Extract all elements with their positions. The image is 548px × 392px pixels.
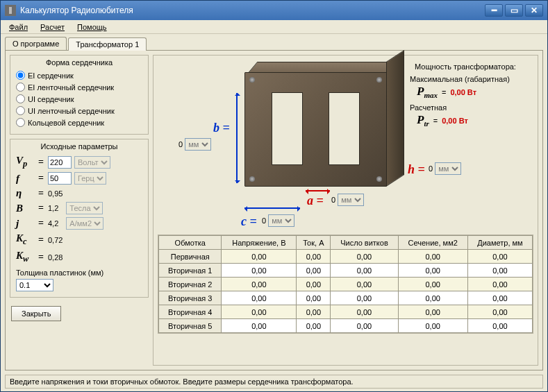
param-vp: Vp = Вольт [16, 153, 142, 171]
maximize-button[interactable]: ▭ [505, 4, 523, 17]
table-cell[interactable]: 0,00 [297, 291, 331, 305]
table-cell[interactable]: 0,00 [398, 291, 467, 305]
tabstrip: О программе Трансформатор 1 [1, 34, 547, 50]
menu-file[interactable]: Файл [3, 22, 33, 33]
table-cell[interactable]: 0,00 [297, 278, 331, 291]
dim-c-label: c = [241, 214, 257, 229]
eta-value: 0,95 [48, 189, 63, 198]
table-cell[interactable]: 0,00 [398, 319, 467, 333]
vp-unit: Вольт [74, 156, 110, 169]
table-cell[interactable]: 0,00 [297, 305, 331, 319]
menu-calc[interactable]: Расчет [35, 22, 70, 33]
table-header-row: Обмотка Напряжение, В Ток, А Число витко… [159, 236, 533, 250]
table-cell[interactable]: 0,00 [222, 250, 297, 264]
arrow-a [306, 190, 330, 191]
table-cell[interactable]: 0,00 [467, 250, 532, 264]
table-row: Вторичная 30,000,000,000,000,00 [159, 291, 533, 305]
param-f: f= Герц [16, 171, 142, 186]
status-text: Введите напряжения и токи вторичных обмо… [10, 377, 354, 386]
dim-h-label: h = [408, 162, 425, 177]
close-window-button[interactable]: ✕ [525, 4, 543, 17]
core-front-face [244, 72, 387, 187]
table-cell[interactable]: 0,00 [331, 291, 398, 305]
screw-icon [249, 77, 255, 83]
dim-b-unit[interactable]: мм [185, 138, 211, 151]
tab-about[interactable]: О программе [5, 37, 67, 50]
diagram-panel: b = c = a = h = 0 мм 0 мм [153, 55, 538, 366]
menu-help[interactable]: Помощь [72, 22, 113, 33]
j-value: 4,2 [48, 219, 58, 228]
dim-h-unit[interactable]: мм [435, 162, 461, 175]
table-cell[interactable]: 0,00 [222, 264, 297, 278]
core-shape-legend: Форма сердечника [16, 58, 142, 67]
dim-h-input-group: 0 мм [429, 162, 461, 175]
winding-name: Первичная [159, 250, 222, 264]
table-cell[interactable]: 0,00 [398, 305, 467, 319]
table-cell[interactable]: 0,00 [331, 250, 398, 264]
table-cell[interactable]: 0,00 [398, 278, 467, 291]
table-cell[interactable]: 0,00 [331, 305, 398, 319]
table-cell[interactable]: 0,00 [467, 278, 532, 291]
param-j: j= 4,2 А/мм2 [16, 216, 142, 231]
arrow-b [236, 93, 238, 183]
table-cell[interactable]: 0,00 [398, 264, 467, 278]
pmax-value: 0,00 Вт [450, 88, 476, 96]
table-cell[interactable]: 0,00 [331, 319, 398, 333]
table-cell[interactable]: 0,00 [222, 291, 297, 305]
f-input[interactable] [48, 172, 72, 185]
arrow-c [244, 207, 300, 209]
b-unit: Тесла [66, 202, 103, 214]
ptr-value: 0,00 Вт [442, 117, 468, 125]
dim-a-input-group: 0 мм [331, 194, 364, 206]
table-cell[interactable]: 0,00 [467, 319, 532, 333]
table-cell[interactable]: 0,00 [467, 264, 532, 278]
params-group: Исходные параметры Vp = Вольт f= Герц [10, 139, 149, 298]
table-cell[interactable]: 0,00 [297, 264, 331, 278]
thickness-row: Толщина пластинок (мм) 0.1 [16, 266, 142, 291]
table-cell[interactable]: 0,00 [467, 291, 532, 305]
f-unit: Герц [74, 172, 106, 185]
table-cell[interactable]: 0,00 [222, 278, 297, 291]
tab-transformer-1[interactable]: Трансформатор 1 [68, 37, 147, 51]
minimize-button[interactable]: ━ [485, 4, 503, 17]
close-button[interactable]: Закрыть [11, 306, 61, 321]
core-shape-group: Форма сердечника EI сердечник EI ленточн… [10, 55, 149, 135]
radio-toroid[interactable]: Кольцевой сердечник [16, 117, 142, 128]
radio-ui[interactable]: UI сердечник [16, 93, 142, 105]
table-cell[interactable]: 0,00 [222, 319, 297, 333]
radio-ui-tape[interactable]: UI ленточный сердечник [16, 105, 142, 117]
dim-b-input-group: 0 мм [178, 138, 211, 151]
table-cell[interactable]: 0,00 [398, 250, 467, 264]
menubar: Файл Расчет Помощь [1, 20, 547, 34]
thickness-label: Толщина пластинок (мм) [16, 269, 142, 277]
table-row: Вторичная 20,000,000,000,000,00 [159, 278, 533, 291]
pmax-label: Максимальная (габаритная) [400, 75, 531, 83]
winding-name: Вторичная 4 [159, 305, 222, 319]
dim-a-unit[interactable]: мм [338, 194, 364, 206]
power-box: Мощность трансформатора: Максимальная (г… [400, 62, 531, 130]
param-b: B= 1,2 Тесла [16, 201, 142, 216]
table-cell[interactable]: 0,00 [331, 278, 398, 291]
dim-b-label: b = [213, 121, 230, 135]
app-window: Калькулятор Радиолюбителя ━ ▭ ✕ Файл Рас… [0, 0, 548, 392]
screw-icon [376, 77, 382, 83]
dim-c-unit[interactable]: мм [268, 214, 294, 227]
screw-icon [249, 176, 255, 182]
table-row: Первичная0,000,000,000,000,00 [159, 250, 533, 264]
kc-value: 0,72 [48, 236, 63, 244]
table-cell[interactable]: 0,00 [467, 305, 532, 319]
table-cell[interactable]: 0,00 [222, 305, 297, 319]
radio-ei-tape[interactable]: EI ленточный сердечник [16, 81, 142, 93]
ptr-label: Расчетная [400, 101, 531, 112]
radio-ei[interactable]: EI сердечник [16, 69, 142, 81]
vp-input[interactable] [48, 156, 72, 169]
thickness-select[interactable]: 0.1 [16, 279, 53, 291]
screw-icon [376, 176, 382, 182]
param-eta: η= 0,95 [16, 186, 142, 201]
table-cell[interactable]: 0,00 [297, 250, 331, 264]
window-title: Калькулятор Радиолюбителя [20, 6, 485, 15]
table-row: Вторичная 40,000,000,000,000,00 [159, 305, 533, 319]
table-cell[interactable]: 0,00 [297, 319, 331, 333]
windings-table: Обмотка Напряжение, В Ток, А Число витко… [158, 235, 533, 334]
table-cell[interactable]: 0,00 [331, 264, 398, 278]
